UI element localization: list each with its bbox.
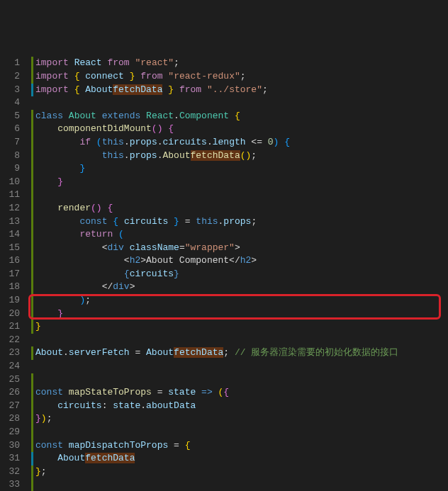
code-token [35, 176, 57, 187]
code-line[interactable]: const { circuits } = this.props; [31, 215, 448, 229]
code-token: . [207, 137, 213, 147]
code-token: "wrapper" [185, 242, 235, 253]
modification-bar [31, 84, 33, 97]
code-area[interactable]: import React from "react";import { conne… [28, 57, 448, 491]
modification-bar [31, 294, 33, 307]
code-token: } [35, 466, 41, 477]
line-number: 3 [0, 84, 20, 97]
code-line[interactable] [31, 96, 448, 110]
code-token: } [79, 163, 85, 174]
code-line[interactable]: if (this.props.circuits.length <= 0) { [31, 136, 448, 149]
code-token: this [102, 137, 124, 147]
code-token: } [168, 84, 174, 95]
code-token: circuits [57, 400, 101, 411]
code-token [63, 111, 69, 121]
code-token: . [124, 137, 130, 147]
code-token: props [223, 216, 251, 227]
code-token [196, 387, 201, 397]
code-token [69, 84, 74, 95]
code-token: . [157, 137, 163, 147]
code-token: About [162, 150, 190, 161]
code-line[interactable] [31, 478, 448, 491]
line-number: 14 [0, 228, 20, 242]
code-line[interactable]: ); [31, 294, 448, 307]
code-token [35, 453, 57, 463]
code-line[interactable]: } [31, 162, 448, 176]
modification-bar [31, 478, 33, 491]
line-number: 18 [0, 281, 20, 294]
code-token: componentDidMount [57, 123, 152, 134]
line-number: 1 [0, 57, 20, 70]
modification-bar [31, 465, 33, 479]
code-line[interactable]: this.props.AboutfetchData(); [31, 149, 448, 163]
code-token [69, 57, 74, 68]
code-line[interactable]: const mapStateToProps = state => ({ [31, 386, 448, 400]
code-token [63, 440, 69, 451]
code-line[interactable]: }; [31, 465, 448, 479]
code-token: { [284, 137, 290, 147]
code-line[interactable]: About.serverFetch = AboutfetchData; // 服… [31, 346, 448, 360]
code-line[interactable]: </div> [31, 281, 448, 294]
code-line[interactable]: }); [31, 412, 448, 426]
code-token: fetchData [174, 347, 223, 358]
code-line[interactable]: AboutfetchData [31, 452, 448, 465]
line-number: 31 [0, 452, 20, 465]
code-line[interactable]: <div className="wrapper"> [31, 242, 448, 255]
code-token: ( [96, 137, 102, 147]
code-token: fetchData [85, 453, 135, 463]
code-token: import [35, 84, 69, 95]
code-token [63, 387, 69, 397]
line-number: 2 [0, 70, 20, 84]
code-line[interactable]: <h2>About Component</h2> [31, 254, 448, 268]
code-token: { [124, 269, 130, 279]
code-line[interactable] [31, 188, 448, 202]
code-token: } [35, 321, 41, 332]
code-line[interactable] [31, 373, 448, 387]
code-line[interactable]: return ( [31, 228, 448, 242]
code-token: About Component [146, 255, 229, 266]
code-line[interactable]: import { connect } from "react-redux"; [31, 70, 448, 84]
line-number: 9 [0, 162, 20, 176]
code-token [35, 295, 79, 305]
code-token: . [63, 347, 69, 358]
line-number: 24 [0, 360, 20, 373]
line-number: 16 [0, 254, 20, 268]
line-number: 5 [0, 110, 20, 123]
code-token: fetchData [191, 150, 240, 161]
modification-bar [31, 188, 33, 202]
code-token: } [174, 216, 179, 227]
code-token: About [57, 453, 85, 463]
code-token: div [113, 281, 129, 292]
code-line[interactable]: circuits: state.aboutData [31, 400, 448, 413]
code-line[interactable]: class About extends React.Component { [31, 110, 448, 123]
code-editor[interactable]: 1234567891011121314151617181920212223242… [0, 52, 448, 491]
code-token: h2 [240, 255, 252, 266]
modification-bar [31, 149, 33, 163]
code-line[interactable]: componentDidMount() { [31, 123, 448, 136]
modification-bar [31, 176, 33, 189]
code-line[interactable] [31, 426, 448, 439]
modification-bar [31, 268, 33, 281]
modification-bar [31, 254, 33, 268]
code-token [35, 150, 102, 161]
code-token: React [74, 57, 102, 68]
code-line[interactable]: const mapDispatchToProps = { [31, 439, 448, 453]
code-token: ; [251, 150, 257, 161]
code-line[interactable]: } [31, 307, 448, 321]
code-line[interactable]: } [31, 176, 448, 189]
line-number: 4 [0, 96, 20, 110]
code-line[interactable]: } [31, 320, 448, 334]
code-token [229, 111, 235, 121]
code-token: ) [41, 413, 47, 424]
code-token [35, 203, 57, 213]
code-line[interactable]: import { AboutfetchData } from "../store… [31, 84, 448, 97]
code-token: render [57, 203, 91, 213]
code-token [35, 400, 57, 411]
code-token [118, 216, 124, 227]
code-line[interactable]: {circuits} [31, 268, 448, 281]
code-line[interactable] [31, 334, 448, 347]
code-line[interactable]: render() { [31, 202, 448, 215]
code-token: import [35, 57, 69, 68]
code-line[interactable]: import React from "react"; [31, 57, 448, 70]
code-line[interactable] [31, 360, 448, 373]
